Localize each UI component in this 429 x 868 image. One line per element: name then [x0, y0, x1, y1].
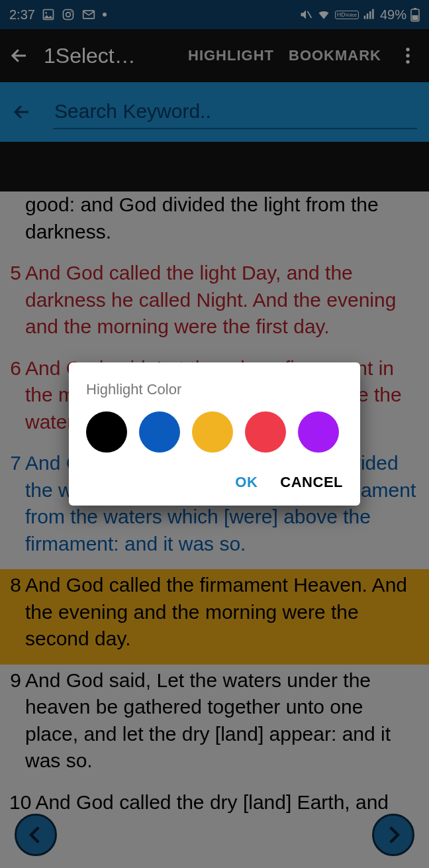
highlight-dialog: Highlight Color OK CANCEL	[69, 362, 360, 506]
swatch-black[interactable]	[86, 411, 127, 453]
ok-button[interactable]: OK	[235, 474, 258, 491]
swatch-red[interactable]	[245, 411, 286, 453]
swatch-purple[interactable]	[298, 411, 339, 453]
cancel-button[interactable]: CANCEL	[280, 474, 343, 491]
dialog-title: Highlight Color	[86, 381, 343, 398]
swatch-blue[interactable]	[139, 411, 180, 453]
swatch-yellow[interactable]	[192, 411, 233, 453]
swatch-row	[86, 411, 343, 453]
